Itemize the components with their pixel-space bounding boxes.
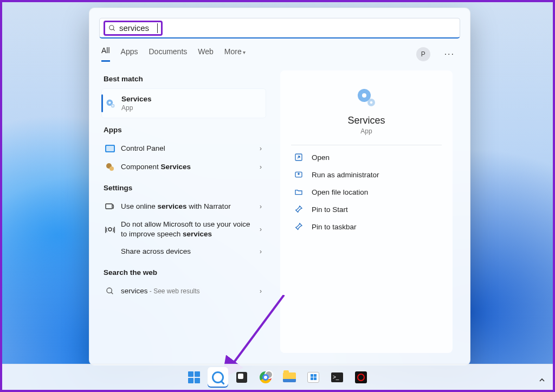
tab-web[interactable]: Web [198,47,214,61]
search-tabs: All Apps Documents Web More▾ P ··· [89,38,470,62]
chevron-right-icon: › [260,226,262,233]
search-row [89,8,470,38]
action-label: Pin to taskbar [312,223,357,231]
result-speech-services[interactable]: Do not allow Microsoft to use your voice… [101,216,266,242]
taskbar-start-button[interactable] [184,367,204,388]
overflow-menu-button[interactable]: ··· [441,49,458,59]
profile-avatar[interactable]: P [416,47,430,61]
result-label: Do not allow Microsoft to use your voice… [121,220,254,239]
svg-point-17 [370,101,373,104]
svg-line-13 [111,292,113,294]
task-view-icon [236,372,247,383]
tray-expand-button[interactable] [539,377,545,383]
taskbar-task-view[interactable] [231,367,252,388]
separator [291,145,442,145]
best-match-title: Services [121,94,261,104]
svg-point-0 [109,25,114,29]
details-title: Services [291,115,442,126]
search-icon [105,286,115,297]
control-panel-icon [105,143,115,154]
svg-line-1 [113,29,115,30]
result-web-services[interactable]: services - See web results › [101,282,266,300]
taskbar-chrome[interactable] [255,367,276,388]
result-share-devices[interactable]: Share across devices › [101,242,266,261]
section-settings: Settings [101,176,266,197]
tab-apps[interactable]: Apps [121,47,138,61]
chevron-right-icon: › [260,248,262,255]
svg-point-3 [108,101,111,104]
taskbar-terminal[interactable]: >_ [327,367,347,388]
chrome-icon [260,371,272,383]
details-subtitle: App [291,127,442,135]
svg-rect-10 [106,204,112,209]
speech-icon [105,224,115,235]
results-left-column: Best match Services App Apps Control Pan… [96,65,269,358]
result-label: Component Services [121,162,254,172]
pin-icon [294,205,304,214]
result-label: Share across devices [121,247,254,256]
tab-all[interactable]: All [101,46,110,62]
result-control-panel[interactable]: Control Panel › [101,139,266,158]
details-pane: Services App Open Run as administrator O… [269,65,463,358]
chevron-down-icon: ▾ [243,49,246,55]
taskbar: >_ [2,364,553,390]
result-component-services[interactable]: Component Services › [101,158,266,176]
svg-rect-7 [106,146,114,151]
result-label: Use online services with Narrator [121,202,254,211]
search-input[interactable] [119,23,157,33]
tab-documents[interactable]: Documents [149,47,187,61]
action-label: Open file location [312,188,368,196]
action-pin-taskbar[interactable]: Pin to taskbar [291,218,442,235]
best-match-subtitle: App [121,104,261,113]
taskbar-store[interactable] [303,367,324,388]
section-search-web: Search the web [101,261,266,282]
svg-point-9 [109,166,114,171]
svg-point-12 [107,288,112,293]
admin-shield-icon [294,170,304,179]
section-best-match: Best match [101,67,266,88]
narrator-icon [105,201,115,212]
taskbar-file-explorer[interactable] [279,367,300,388]
result-best-match-services[interactable]: Services App [101,88,266,118]
text-cursor [157,23,158,33]
windows-logo-icon [188,371,200,383]
pin-icon [294,222,304,231]
search-icon [212,371,224,383]
taskbar-app-red[interactable] [351,367,371,388]
annotation-highlight-box [104,21,163,36]
red-circle-icon [355,371,367,383]
details-app-icon [291,81,442,113]
chevron-right-icon: › [260,145,262,152]
search-icon [108,24,116,32]
chevron-right-icon: › [260,163,262,171]
action-pin-start[interactable]: Pin to Start [291,201,442,218]
action-open[interactable]: Open [291,149,442,166]
component-services-icon [105,162,115,172]
action-label: Run as administrator [312,171,379,179]
result-label: Control Panel [121,144,254,153]
svg-point-15 [362,93,366,98]
svg-point-5 [112,105,113,106]
folder-icon [294,188,304,196]
store-icon [307,372,319,383]
search-box[interactable] [99,18,460,38]
section-apps: Apps [101,118,266,139]
chevron-right-icon: › [260,203,262,210]
open-icon [294,153,304,162]
terminal-icon: >_ [331,372,343,382]
start-search-flyout: All Apps Documents Web More▾ P ··· Best … [89,8,470,365]
chevron-up-icon [539,377,545,383]
action-run-admin[interactable]: Run as administrator [291,166,442,183]
folder-icon [283,372,296,382]
taskbar-search-button[interactable] [208,367,228,388]
services-gear-icon [105,98,116,109]
tab-more[interactable]: More▾ [224,47,246,61]
chevron-right-icon: › [260,287,262,295]
action-open-location[interactable]: Open file location [291,183,442,201]
action-label: Open [312,153,330,162]
result-label: services - See web results [121,286,254,296]
result-narrator-services[interactable]: Use online services with Narrator › [101,197,266,216]
action-label: Pin to Start [312,205,348,214]
svg-point-11 [108,228,112,231]
